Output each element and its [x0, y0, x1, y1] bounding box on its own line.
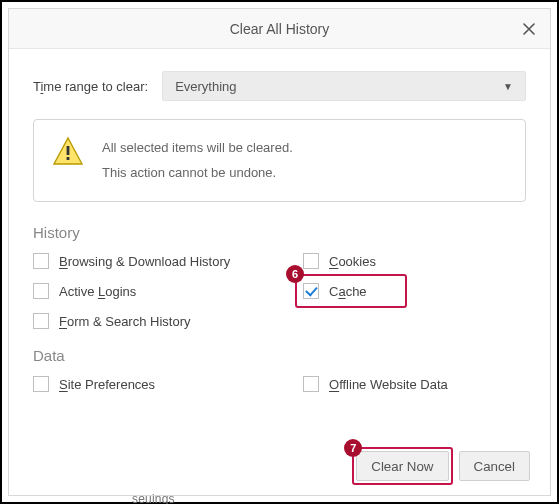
time-range-row: Time range to clear: Everything ▼: [33, 71, 526, 101]
chevron-down-icon: ▼: [503, 81, 513, 92]
checkbox-label: Site Preferences: [59, 377, 155, 392]
checkbox-label: Offline Website Data: [329, 377, 448, 392]
dialog-body: Time range to clear: Everything ▼ All se…: [9, 49, 550, 406]
checkbox-active-logins[interactable]: Active Logins: [33, 283, 303, 299]
checkbox-label: Active Logins: [59, 284, 136, 299]
checkbox-box: [303, 253, 319, 269]
close-button[interactable]: [508, 9, 550, 49]
dialog-footer: 7 Clear Now Cancel: [356, 451, 530, 481]
warning-panel: All selected items will be cleared. This…: [33, 119, 526, 202]
checkbox-box: [303, 283, 319, 299]
checkbox-form-search-history[interactable]: Form & Search History: [33, 313, 303, 329]
checkbox-site-preferences[interactable]: Site Preferences: [33, 376, 303, 392]
checkbox-label: Cookies: [329, 254, 376, 269]
cancel-button[interactable]: Cancel: [459, 451, 531, 481]
clear-history-dialog: Clear All History Time range to clear: E…: [8, 8, 551, 496]
close-icon: [523, 23, 535, 35]
warning-icon: [52, 136, 84, 168]
window-frame: Clear All History Time range to clear: E…: [0, 0, 559, 504]
time-range-select[interactable]: Everything ▼: [162, 71, 526, 101]
checkbox-label: Form & Search History: [59, 314, 191, 329]
checkbox-offline-website-data[interactable]: Offline Website Data: [303, 376, 526, 392]
time-range-label: Time range to clear:: [33, 79, 148, 94]
history-grid: Browsing & Download History Cookies Acti…: [33, 253, 526, 329]
clear-now-button[interactable]: Clear Now: [356, 451, 448, 481]
checkbox-cache[interactable]: Cache: [303, 283, 526, 299]
checkbox-browsing-history[interactable]: Browsing & Download History: [33, 253, 303, 269]
checkbox-cookies[interactable]: Cookies: [303, 253, 526, 269]
section-data: Data: [33, 347, 526, 364]
checkbox-box: [303, 376, 319, 392]
checkbox-box: [33, 313, 49, 329]
time-range-value: Everything: [175, 79, 236, 94]
cache-cell: 6 Cache: [303, 283, 526, 299]
warning-text: All selected items will be cleared. This…: [102, 136, 293, 185]
checkbox-label: Browsing & Download History: [59, 254, 230, 269]
checkbox-box: [33, 253, 49, 269]
clear-now-wrap: 7 Clear Now: [356, 451, 448, 481]
titlebar: Clear All History: [9, 9, 550, 49]
svg-rect-1: [67, 146, 70, 155]
checkbox-box: [33, 283, 49, 299]
section-history: History: [33, 224, 526, 241]
data-grid: Site Preferences Offline Website Data: [33, 376, 526, 392]
dialog-title: Clear All History: [230, 21, 330, 37]
svg-rect-2: [67, 157, 70, 160]
checkbox-box: [33, 376, 49, 392]
annotation-badge-6: 6: [286, 265, 304, 283]
checkbox-label: Cache: [329, 284, 367, 299]
background-clipped-text: seuings: [132, 492, 175, 504]
